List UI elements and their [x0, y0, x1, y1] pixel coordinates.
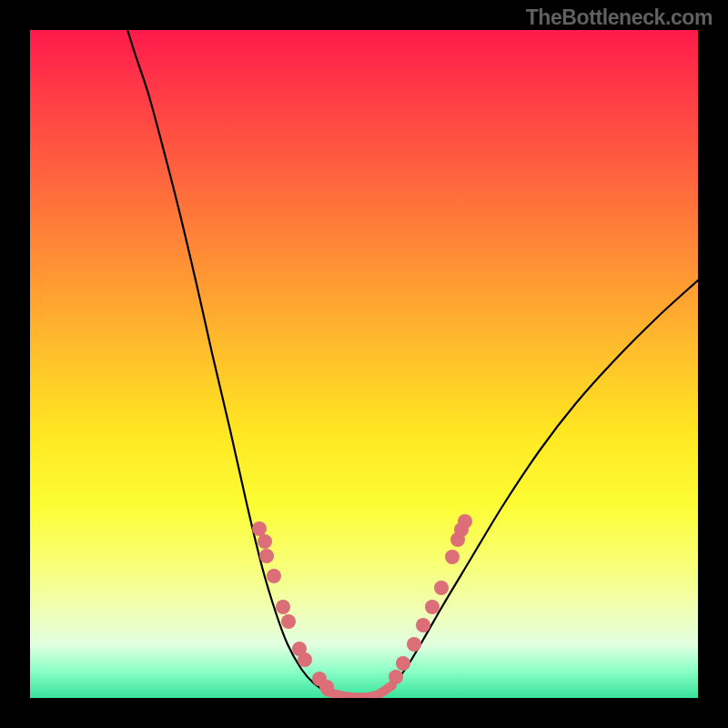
marker-right	[416, 618, 430, 632]
marker-right	[425, 600, 440, 614]
marker-left	[281, 614, 296, 629]
marker-left	[276, 600, 290, 614]
marker-right	[445, 550, 460, 564]
plot-area	[30, 30, 698, 698]
marker-left	[258, 534, 272, 549]
chart-frame: TheBottleneck.com	[0, 0, 728, 728]
chart-svg	[30, 30, 698, 698]
marker-right	[434, 581, 449, 595]
watermark-text: TheBottleneck.com	[526, 5, 713, 30]
curve-right-curve	[367, 280, 698, 697]
marker-right	[389, 670, 403, 684]
marker-left	[252, 521, 267, 536]
curve-left-curve	[125, 30, 353, 697]
marker-left	[259, 549, 274, 563]
marker-left	[319, 680, 334, 694]
marker-right	[396, 656, 410, 671]
marker-left	[267, 569, 281, 583]
marker-right	[407, 637, 421, 652]
marker-left	[298, 652, 312, 667]
curve-bottom-flat	[327, 685, 392, 697]
marker-right	[458, 514, 472, 529]
